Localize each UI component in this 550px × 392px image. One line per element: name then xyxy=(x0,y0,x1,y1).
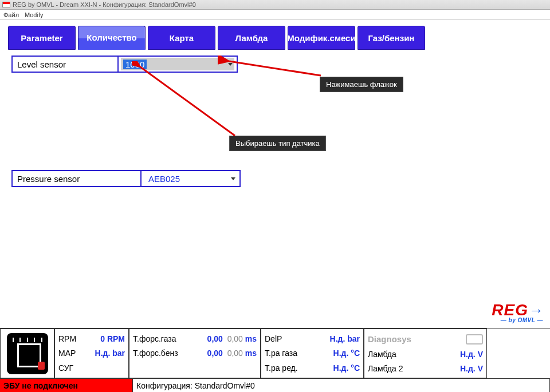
brand-logo: REG→ — by OMVL — xyxy=(492,301,543,323)
tfb-unit: ms xyxy=(245,349,257,358)
tred-unit: °C xyxy=(351,363,360,373)
rpm-unit: RPM xyxy=(107,334,125,343)
config-status: Конфигурация: StandardOmvl#0 xyxy=(133,379,550,392)
level-sensor-label: Level sensor xyxy=(11,56,117,73)
chevron-down-icon[interactable] xyxy=(229,175,237,183)
connection-status: ЭБУ не подключен xyxy=(0,379,133,392)
tfg-v2: 0,00 xyxy=(227,334,243,343)
map-value: Н.д. xyxy=(95,349,111,358)
menu-bar: Файл Modify xyxy=(0,10,550,20)
lambda-label: Ламбда xyxy=(368,350,396,359)
tab-parameter[interactable]: Parameter xyxy=(8,26,76,50)
rpm-label: RPM xyxy=(58,334,76,343)
status-panel: RPM0 RPM MAPН.д. bar СУГ Т.форс.газа0,00… xyxy=(0,328,550,378)
tfg-label: Т.форс.газа xyxy=(133,334,176,343)
tfb-label: Т.форс.бенз xyxy=(133,349,178,358)
tgas-label: Т.ра газа xyxy=(265,349,297,358)
tab-gasfuel[interactable]: Газ/бензин xyxy=(358,26,425,50)
rpm-value: 0 xyxy=(100,334,105,343)
delp-unit: bar xyxy=(347,334,360,343)
pressure-sensor-dropdown[interactable]: AEB025 xyxy=(140,170,241,187)
level-sensor-value: 1050 xyxy=(123,60,147,69)
window-titlebar: REG by OMVL - Dream XXI-N - Конфигурация… xyxy=(0,0,550,10)
menu-modify[interactable]: Modify xyxy=(25,11,43,18)
bottom-bar: ЭБУ не подключен Конфигурация: StandardO… xyxy=(0,378,550,392)
diagnosys-title: Diagnosys xyxy=(368,334,411,344)
tfg-unit: ms xyxy=(245,334,257,343)
tfg-v1: 0,00 xyxy=(207,334,223,343)
arrow-icon xyxy=(132,61,246,141)
tab-modmix[interactable]: Модифик.смеси xyxy=(288,26,355,50)
status-col-engine: RPM0 RPM MAPН.д. bar СУГ xyxy=(54,328,129,378)
tred-label: Т.ра ред. xyxy=(265,363,298,373)
svg-line-3 xyxy=(140,67,235,136)
lambda-value: Н.д. xyxy=(460,350,476,359)
tab-lambda[interactable]: Ламбда xyxy=(218,26,285,50)
map-unit: bar xyxy=(112,349,125,358)
lambda2-label: Ламбда 2 xyxy=(368,364,403,373)
delp-value: Н.д. xyxy=(330,334,345,343)
pressure-sensor-value: AEB025 xyxy=(144,174,180,184)
window-title: REG by OMVL - Dream XXI-N - Конфигурация… xyxy=(13,1,196,8)
pressure-sensor-row: Pressure sensor AEB025 xyxy=(11,170,539,187)
tab-quantity[interactable]: Количество xyxy=(78,26,146,50)
status-col-diagnosys: Diagnosys ЛамбдаН.д. V Ламбда 2Н.д. V xyxy=(364,328,487,378)
tfb-v1: 0,00 xyxy=(207,349,223,358)
menu-file[interactable]: Файл xyxy=(3,11,19,18)
status-col-temps: DelPН.д. bar Т.ра газаН.д. °C Т.ра ред.Н… xyxy=(261,328,364,378)
annotation-type: Выбираешь тип датчика xyxy=(229,136,326,151)
gauge-panel xyxy=(0,328,54,378)
pressure-sensor-label: Pressure sensor xyxy=(11,170,140,187)
fuel-gauge-icon xyxy=(7,333,48,374)
tab-map[interactable]: Карта xyxy=(148,26,215,50)
annotation-flag: Нажимаешь флажок xyxy=(320,77,403,92)
delp-label: DelP xyxy=(265,334,282,343)
arrow-right-icon: → xyxy=(528,302,543,319)
engine-icon xyxy=(466,334,483,345)
level-sensor-dropdown[interactable]: 1050 xyxy=(117,56,238,73)
tab-bar: Parameter Количество Карта Ламбда Модифи… xyxy=(0,20,550,50)
tred-value: Н.д. xyxy=(333,363,349,373)
tgas-unit: °C xyxy=(351,349,360,358)
chevron-down-icon[interactable] xyxy=(226,60,234,68)
lambda-unit: V xyxy=(478,350,483,359)
logo-text: REG xyxy=(492,301,528,319)
sug-label: СУГ xyxy=(58,363,73,373)
level-sensor-row: Level sensor 1050 xyxy=(11,56,539,73)
tgas-value: Н.д. xyxy=(333,349,349,358)
status-col-injectors: Т.форс.газа0,00 0,00 ms Т.форс.бенз0,00 … xyxy=(129,328,261,378)
flag-icon xyxy=(2,2,10,7)
lambda2-unit: V xyxy=(478,364,483,373)
content-area: Level sensor 1050 Pressure sensor AEB025… xyxy=(0,50,550,200)
tfb-v2: 0,00 xyxy=(227,349,243,358)
map-label: MAP xyxy=(58,349,76,358)
lambda2-value: Н.д. xyxy=(460,364,476,373)
